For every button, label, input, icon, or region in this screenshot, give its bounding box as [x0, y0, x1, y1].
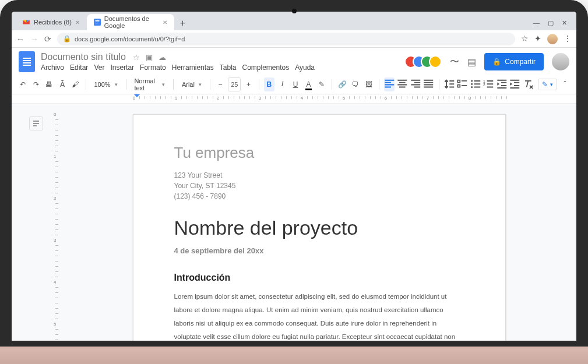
menu-icon[interactable]: ⋮ [564, 34, 572, 44]
menu-file[interactable]: Archivo [41, 63, 64, 72]
window-controls: — ▢ ✕ [527, 19, 573, 30]
outline-toggle-icon[interactable] [29, 116, 43, 130]
paint-format-icon[interactable]: 🖌 [70, 77, 81, 91]
editing-mode-button[interactable]: ✎▾ [538, 79, 557, 90]
print-icon[interactable]: 🖶 [44, 77, 55, 91]
document-title[interactable]: Documento sin título [41, 52, 126, 62]
menu-addons[interactable]: Complementos [242, 63, 289, 72]
highlight-button[interactable]: ✎ [316, 77, 328, 91]
svg-point-6 [471, 86, 473, 88]
url-bar: ← → ⟳ 🔒 docs.google.com/document/u/0/?tg… [12, 30, 576, 48]
line-spacing-icon[interactable] [444, 77, 455, 91]
maximize-icon[interactable]: ▢ [548, 19, 554, 27]
laptop-frame: Recibidos (8) ✕ Documentos de Google ✕ +… [0, 0, 588, 364]
webcam-dot [292, 9, 297, 13]
collapse-icon[interactable]: ˆ [559, 77, 571, 91]
new-tab-button[interactable]: + [174, 18, 191, 30]
minimize-icon[interactable]: — [533, 19, 540, 27]
underline-button[interactable]: U [290, 77, 301, 91]
forward-icon[interactable]: → [30, 34, 38, 44]
browser-tab-docs[interactable]: Documentos de Google ✕ [87, 14, 174, 30]
tab-label: Documentos de Google [104, 15, 159, 29]
indent-increase-icon[interactable] [509, 77, 520, 91]
profile-avatar[interactable] [547, 34, 558, 44]
project-date[interactable]: 4 de septiembre del 20xx [174, 246, 464, 255]
browser-tab-gmail[interactable]: Recibidos (8) ✕ [15, 14, 87, 30]
collaborators[interactable] [404, 55, 442, 68]
history-icon[interactable]: 〜 [450, 56, 459, 68]
font-size-value[interactable]: 25 [228, 77, 241, 91]
image-icon[interactable]: 🖼 [363, 77, 374, 91]
menu-view[interactable]: Ver [94, 63, 104, 72]
menu-help[interactable]: Ayuda [295, 63, 315, 72]
align-right-icon[interactable] [410, 77, 421, 91]
document-canvas: 012345 Tu empresa 123 Your Street Your C… [12, 104, 576, 341]
url-text: docs.google.com/document/u/0/?tgif=d [75, 36, 185, 43]
font-size-decrease[interactable]: − [215, 77, 226, 91]
numbered-list-icon[interactable]: 12 [483, 77, 494, 91]
svg-text:2: 2 [483, 83, 485, 87]
zoom-select[interactable]: 100% [91, 80, 121, 89]
comment-icon[interactable]: ▤ [467, 56, 476, 68]
address-field[interactable]: 🔒 docs.google.com/document/u/0/?tgif=d [57, 33, 515, 45]
extensions-icon[interactable]: ✦ [534, 34, 541, 44]
svg-rect-2 [95, 22, 99, 22]
star-icon[interactable]: ☆ [521, 34, 529, 44]
spellcheck-icon[interactable]: Ᾱ [57, 77, 68, 91]
body-paragraph[interactable]: Lorem ipsum dolor sit amet, consectetur … [174, 290, 464, 341]
gmail-icon [22, 18, 30, 26]
address-line2[interactable]: Your City, ST 12345 [174, 181, 464, 191]
star-icon[interactable]: ☆ [133, 53, 140, 62]
font-size-increase[interactable]: + [243, 77, 254, 91]
back-icon[interactable]: ← [16, 34, 24, 44]
section-heading[interactable]: Introducción [174, 273, 464, 283]
close-icon[interactable]: ✕ [75, 19, 80, 26]
svg-point-5 [471, 83, 473, 85]
pencil-icon: ✎ [542, 80, 548, 89]
screen: Recibidos (8) ✕ Documentos de Google ✕ +… [12, 12, 576, 341]
menu-tools[interactable]: Herramientas [172, 63, 214, 72]
docs-header: Documento sin título ☆ ▣ ☁ Archivo Edita… [12, 48, 576, 72]
align-center-icon[interactable] [397, 77, 408, 91]
italic-button[interactable]: I [277, 77, 288, 91]
docs-logo-icon[interactable] [19, 51, 35, 72]
document-page[interactable]: Tu empresa 123 Your Street Your City, ST… [133, 114, 506, 341]
company-heading[interactable]: Tu empresa [174, 144, 464, 162]
docs-icon [94, 18, 101, 26]
align-left-icon[interactable] [384, 77, 395, 91]
link-icon[interactable]: 🔗 [337, 77, 348, 91]
font-select[interactable]: Arial [178, 80, 205, 89]
svg-rect-3 [95, 23, 98, 23]
laptop-base [0, 347, 588, 364]
account-avatar[interactable] [552, 53, 569, 70]
menu-insert[interactable]: Insertar [110, 63, 134, 72]
comment-add-icon[interactable]: 🗨 [350, 77, 361, 91]
svg-rect-1 [95, 20, 99, 21]
redo-icon[interactable]: ↷ [31, 77, 42, 91]
indent-decrease-icon[interactable] [497, 77, 508, 91]
lock-icon: 🔒 [492, 58, 501, 66]
bold-button[interactable]: B [264, 77, 275, 91]
reload-icon[interactable]: ⟳ [44, 34, 51, 44]
style-select[interactable]: Normal text [131, 76, 168, 93]
close-icon[interactable]: ✕ [163, 19, 167, 26]
cloud-icon[interactable]: ☁ [159, 53, 166, 62]
share-button[interactable]: 🔒 Compartir [484, 53, 544, 70]
horizontal-ruler[interactable]: 012345678 [12, 94, 576, 104]
align-justify-icon[interactable] [423, 77, 434, 91]
bulleted-list-icon[interactable] [470, 77, 481, 91]
clear-format-icon[interactable] [523, 77, 534, 91]
undo-icon[interactable]: ↶ [17, 77, 29, 91]
phone-line[interactable]: (123) 456 - 7890 [174, 191, 464, 202]
menu-bar: Archivo Editar Ver Insertar Formato Herr… [41, 63, 315, 72]
close-icon[interactable]: ✕ [562, 19, 567, 27]
move-icon[interactable]: ▣ [146, 53, 153, 62]
text-color-button[interactable]: A [303, 77, 314, 91]
menu-table[interactable]: Tabla [220, 63, 237, 72]
menu-format[interactable]: Formato [140, 63, 166, 72]
address-line1[interactable]: 123 Your Street [174, 170, 464, 181]
menu-edit[interactable]: Editar [70, 63, 88, 72]
checklist-icon[interactable] [457, 77, 468, 91]
vertical-ruler[interactable]: 012345 [52, 114, 62, 341]
project-title[interactable]: Nombre del proyecto [174, 217, 464, 239]
